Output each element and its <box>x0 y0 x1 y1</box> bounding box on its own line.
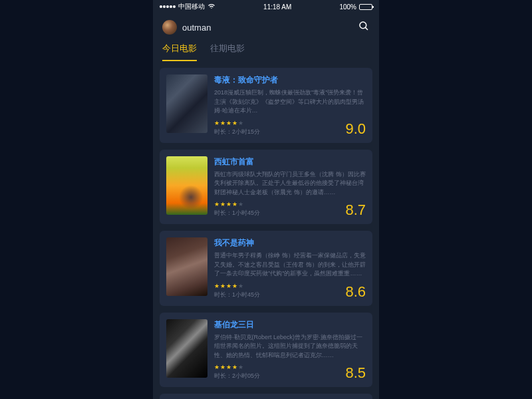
movie-duration: 时长：1小时45分 <box>214 209 260 217</box>
star-rating: ★★★★★ <box>214 201 260 207</box>
movie-duration: 时长：2小时05分 <box>214 372 260 380</box>
wifi-icon <box>207 3 215 11</box>
movie-info: 我不是药神普通中年男子程勇（徐峥 饰）经营着一家保健品店，失意又失婚。不速之客吕… <box>214 237 366 299</box>
status-left: 中国移动 <box>160 2 215 11</box>
star-icon: ★ <box>232 201 237 207</box>
movie-meta-left: ★★★★★时长：1小时45分 <box>214 201 260 217</box>
star-icon: ★ <box>220 364 225 370</box>
movie-meta-row: ★★★★★时长：1小时45分8.6 <box>214 283 366 299</box>
star-icon: ★ <box>226 201 231 207</box>
movie-card[interactable]: 毒液：致命守护者2018漫威压轴巨制，蜘蛛侠最强劲敌"毒液"强势来袭！曾主演《敦… <box>160 68 372 143</box>
svg-point-0 <box>360 22 366 29</box>
star-icon: ★ <box>232 364 237 370</box>
avatar[interactable] <box>162 20 177 35</box>
movie-poster[interactable] <box>166 319 207 378</box>
movie-description: 罗伯特·勒贝克(Robert Lebeck)曾为罗密·施奈德拍摄过一组世界闻名的… <box>214 333 366 360</box>
status-time: 11:18 AM <box>263 3 291 11</box>
tab-past-movies[interactable]: 往期电影 <box>210 43 245 61</box>
movie-meta-row: ★★★★★时长：2小时05分8.5 <box>214 364 366 380</box>
star-icon: ★ <box>238 364 243 370</box>
star-icon: ★ <box>214 201 219 207</box>
movie-info: 毒液：致命守护者2018漫威压轴巨制，蜘蛛侠最强劲敌"毒液"强势来袭！曾主演《敦… <box>214 74 366 136</box>
status-right: 100% <box>339 3 372 11</box>
movie-title: 我不是药神 <box>214 237 366 249</box>
status-bar: 中国移动 11:18 AM 100% <box>153 0 379 13</box>
movie-list[interactable]: 毒液：致命守护者2018漫威压轴巨制，蜘蛛侠最强劲敌"毒液"强势来袭！曾主演《敦… <box>153 61 379 399</box>
movie-poster[interactable] <box>166 156 207 215</box>
movie-duration: 时长：2小时15分 <box>214 128 260 136</box>
movie-meta-left: ★★★★★时长：2小时05分 <box>214 364 260 380</box>
star-icon: ★ <box>238 120 243 126</box>
movie-card[interactable]: 西虹市首富西虹市丙级球队大翔队的守门员王多鱼（沈腾 饰）因比赛失利被开除离队。正… <box>160 150 372 225</box>
carrier-label: 中国移动 <box>178 2 205 11</box>
movie-description: 2018漫威压轴巨制，蜘蛛侠最强劲敌"毒液"强势来袭！曾主演《敦刻尔克》《盗梦空… <box>214 88 366 116</box>
movie-poster[interactable] <box>166 237 207 296</box>
movie-card[interactable]: 一出好戏马进欠下债务，与远房表弟小兴在底层社会摸爬滚打……★★★★★时长：2小时… <box>160 394 372 399</box>
star-rating: ★★★★★ <box>214 283 260 289</box>
movie-title: 基伯龙三日 <box>214 319 366 331</box>
search-icon[interactable] <box>358 20 370 35</box>
movie-title: 西虹市首富 <box>214 156 366 168</box>
star-icon: ★ <box>214 120 219 126</box>
movie-title: 毒液：致命守护者 <box>214 74 366 86</box>
movie-meta-row: ★★★★★时长：2小时15分9.0 <box>214 120 366 136</box>
movie-info: 西虹市首富西虹市丙级球队大翔队的守门员王多鱼（沈腾 饰）因比赛失利被开除离队。正… <box>214 156 366 218</box>
star-icon: ★ <box>226 120 231 126</box>
movie-info: 基伯龙三日罗伯特·勒贝克(Robert Lebeck)曾为罗密·施奈德拍摄过一组… <box>214 319 366 381</box>
movie-description: 普通中年男子程勇（徐峥 饰）经营着一家保健品店，失意又失婚。不速之客吕受益（王传… <box>214 251 366 279</box>
movie-meta-left: ★★★★★时长：1小时45分 <box>214 283 260 299</box>
movie-score: 8.6 <box>345 285 366 299</box>
movie-description: 西虹市丙级球队大翔队的守门员王多鱼（沈腾 饰）因比赛失利被开除离队。正处于人生最… <box>214 170 366 198</box>
star-rating: ★★★★★ <box>214 364 260 370</box>
movie-card[interactable]: 基伯龙三日罗伯特·勒贝克(Robert Lebeck)曾为罗密·施奈德拍摄过一组… <box>160 313 372 388</box>
user-block[interactable]: outman <box>162 20 211 35</box>
battery-percent: 100% <box>339 3 356 11</box>
battery-icon <box>359 4 372 10</box>
header: outman <box>153 13 379 40</box>
svg-line-1 <box>365 27 368 30</box>
movie-card[interactable]: 我不是药神普通中年男子程勇（徐峥 饰）经营着一家保健品店，失意又失婚。不速之客吕… <box>160 231 372 306</box>
movie-meta-row: ★★★★★时长：1小时45分8.7 <box>214 201 366 217</box>
star-icon: ★ <box>214 283 219 289</box>
star-icon: ★ <box>232 120 237 126</box>
movie-meta-left: ★★★★★时长：2小时15分 <box>214 120 260 136</box>
star-icon: ★ <box>226 283 231 289</box>
star-icon: ★ <box>238 283 243 289</box>
tab-today-movies[interactable]: 今日电影 <box>162 43 197 61</box>
username-label: outman <box>182 23 211 33</box>
star-icon: ★ <box>214 364 219 370</box>
tabs: 今日电影 往期电影 <box>153 40 379 61</box>
star-rating: ★★★★★ <box>214 120 260 126</box>
movie-poster[interactable] <box>166 74 207 133</box>
star-icon: ★ <box>220 201 225 207</box>
movie-score: 9.0 <box>345 122 366 136</box>
signal-dots-icon <box>160 5 176 8</box>
star-icon: ★ <box>232 283 237 289</box>
movie-score: 8.5 <box>345 366 366 380</box>
star-icon: ★ <box>226 364 231 370</box>
movie-score: 8.7 <box>345 203 366 217</box>
movie-duration: 时长：1小时45分 <box>214 291 260 299</box>
star-icon: ★ <box>220 120 225 126</box>
star-icon: ★ <box>238 201 243 207</box>
star-icon: ★ <box>220 283 225 289</box>
phone-frame: 中国移动 11:18 AM 100% outman 今日电影 往期电影 毒液：致… <box>153 0 379 399</box>
